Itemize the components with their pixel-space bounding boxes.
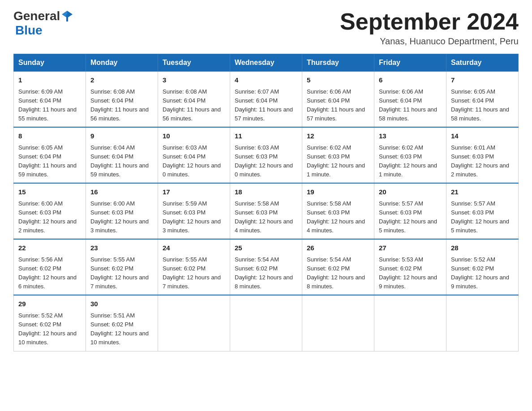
day-number: 30 bbox=[90, 299, 153, 309]
calendar-day-cell bbox=[374, 295, 446, 351]
calendar-day-cell: 6Sunrise: 6:06 AMSunset: 6:04 PMDaylight… bbox=[374, 72, 446, 128]
day-number: 27 bbox=[379, 243, 442, 253]
calendar-day-cell bbox=[230, 295, 302, 351]
calendar-week-row: 1Sunrise: 6:09 AMSunset: 6:04 PMDaylight… bbox=[14, 72, 519, 128]
day-info: Sunrise: 5:55 AMSunset: 6:02 PMDaylight:… bbox=[163, 255, 225, 291]
weekday-header-monday: Monday bbox=[86, 54, 158, 72]
day-number: 26 bbox=[307, 243, 369, 253]
page-header: General Blue September 2024 Yanas, Huanu… bbox=[13, 9, 519, 47]
calendar-day-cell: 16Sunrise: 6:00 AMSunset: 6:03 PMDayligh… bbox=[86, 183, 158, 239]
day-info: Sunrise: 6:02 AMSunset: 6:03 PMDaylight:… bbox=[307, 143, 369, 180]
day-info: Sunrise: 5:51 AMSunset: 6:02 PMDaylight:… bbox=[90, 311, 153, 347]
day-info: Sunrise: 5:53 AMSunset: 6:02 PMDaylight:… bbox=[379, 255, 442, 291]
day-number: 28 bbox=[451, 243, 514, 253]
calendar-day-cell: 14Sunrise: 6:01 AMSunset: 6:03 PMDayligh… bbox=[446, 127, 519, 183]
calendar-day-cell: 30Sunrise: 5:51 AMSunset: 6:02 PMDayligh… bbox=[86, 295, 158, 351]
calendar-day-cell: 13Sunrise: 6:02 AMSunset: 6:03 PMDayligh… bbox=[374, 127, 446, 183]
calendar-day-cell: 2Sunrise: 6:08 AMSunset: 6:04 PMDaylight… bbox=[86, 72, 158, 128]
day-number: 10 bbox=[163, 131, 225, 141]
day-info: Sunrise: 5:58 AMSunset: 6:03 PMDaylight:… bbox=[235, 199, 297, 235]
day-number: 15 bbox=[18, 187, 81, 197]
day-info: Sunrise: 5:59 AMSunset: 6:03 PMDaylight:… bbox=[163, 199, 225, 235]
day-info: Sunrise: 5:55 AMSunset: 6:02 PMDaylight:… bbox=[90, 255, 153, 291]
day-number: 17 bbox=[163, 187, 225, 197]
calendar-day-cell: 22Sunrise: 5:56 AMSunset: 6:02 PMDayligh… bbox=[14, 239, 86, 295]
day-number: 18 bbox=[235, 187, 297, 197]
day-number: 14 bbox=[451, 131, 514, 141]
weekday-header-thursday: Thursday bbox=[302, 54, 374, 72]
day-number: 16 bbox=[90, 187, 153, 197]
calendar-day-cell: 25Sunrise: 5:54 AMSunset: 6:02 PMDayligh… bbox=[230, 239, 302, 295]
weekday-header-tuesday: Tuesday bbox=[158, 54, 230, 72]
calendar-day-cell bbox=[446, 295, 519, 351]
calendar-day-cell: 1Sunrise: 6:09 AMSunset: 6:04 PMDaylight… bbox=[14, 72, 86, 128]
calendar-day-cell: 9Sunrise: 6:04 AMSunset: 6:04 PMDaylight… bbox=[86, 127, 158, 183]
day-info: Sunrise: 6:06 AMSunset: 6:04 PMDaylight:… bbox=[379, 87, 442, 124]
calendar-week-row: 22Sunrise: 5:56 AMSunset: 6:02 PMDayligh… bbox=[14, 239, 519, 295]
day-info: Sunrise: 6:06 AMSunset: 6:04 PMDaylight:… bbox=[307, 87, 369, 124]
calendar-week-row: 15Sunrise: 6:00 AMSunset: 6:03 PMDayligh… bbox=[14, 183, 519, 239]
day-number: 11 bbox=[235, 131, 297, 141]
day-number: 8 bbox=[18, 131, 81, 141]
calendar-day-cell: 24Sunrise: 5:55 AMSunset: 6:02 PMDayligh… bbox=[158, 239, 230, 295]
day-number: 25 bbox=[235, 243, 297, 253]
day-info: Sunrise: 6:00 AMSunset: 6:03 PMDaylight:… bbox=[18, 199, 81, 235]
calendar-day-cell bbox=[158, 295, 230, 351]
day-number: 1 bbox=[18, 75, 81, 86]
day-info: Sunrise: 6:00 AMSunset: 6:03 PMDaylight:… bbox=[90, 199, 153, 235]
day-number: 5 bbox=[307, 75, 369, 86]
day-number: 13 bbox=[379, 131, 442, 141]
weekday-header-wednesday: Wednesday bbox=[230, 54, 302, 72]
day-number: 19 bbox=[307, 187, 369, 197]
calendar-day-cell bbox=[302, 295, 374, 351]
calendar-day-cell: 15Sunrise: 6:00 AMSunset: 6:03 PMDayligh… bbox=[14, 183, 86, 239]
location-subtitle: Yanas, Huanuco Department, Peru bbox=[340, 36, 519, 47]
day-info: Sunrise: 6:02 AMSunset: 6:03 PMDaylight:… bbox=[379, 143, 442, 180]
weekday-header-friday: Friday bbox=[374, 54, 446, 72]
day-number: 4 bbox=[235, 75, 297, 86]
day-info: Sunrise: 5:57 AMSunset: 6:03 PMDaylight:… bbox=[379, 199, 442, 235]
logo-flag-icon bbox=[61, 10, 73, 22]
day-info: Sunrise: 6:05 AMSunset: 6:04 PMDaylight:… bbox=[451, 87, 514, 124]
day-info: Sunrise: 6:03 AMSunset: 6:03 PMDaylight:… bbox=[235, 143, 297, 180]
calendar-table: SundayMondayTuesdayWednesdayThursdayFrid… bbox=[13, 54, 519, 351]
day-info: Sunrise: 6:05 AMSunset: 6:04 PMDaylight:… bbox=[18, 143, 81, 180]
logo-general-text: General bbox=[13, 9, 60, 23]
logo: General Blue bbox=[13, 9, 73, 38]
day-number: 2 bbox=[90, 75, 153, 86]
day-info: Sunrise: 6:03 AMSunset: 6:04 PMDaylight:… bbox=[163, 143, 225, 180]
calendar-day-cell: 17Sunrise: 5:59 AMSunset: 6:03 PMDayligh… bbox=[158, 183, 230, 239]
calendar-week-row: 29Sunrise: 5:52 AMSunset: 6:02 PMDayligh… bbox=[14, 295, 519, 351]
calendar-day-cell: 8Sunrise: 6:05 AMSunset: 6:04 PMDaylight… bbox=[14, 127, 86, 183]
day-number: 12 bbox=[307, 131, 369, 141]
day-number: 29 bbox=[18, 299, 81, 309]
day-info: Sunrise: 5:54 AMSunset: 6:02 PMDaylight:… bbox=[235, 255, 297, 291]
day-info: Sunrise: 6:09 AMSunset: 6:04 PMDaylight:… bbox=[18, 87, 81, 124]
month-year-title: September 2024 bbox=[340, 9, 519, 34]
calendar-day-cell: 28Sunrise: 5:52 AMSunset: 6:02 PMDayligh… bbox=[446, 239, 519, 295]
day-number: 21 bbox=[451, 187, 514, 197]
day-info: Sunrise: 5:54 AMSunset: 6:02 PMDaylight:… bbox=[307, 255, 369, 291]
weekday-header-saturday: Saturday bbox=[446, 54, 519, 72]
calendar-day-cell: 3Sunrise: 6:08 AMSunset: 6:04 PMDaylight… bbox=[158, 72, 230, 128]
day-info: Sunrise: 5:57 AMSunset: 6:03 PMDaylight:… bbox=[451, 199, 514, 235]
day-info: Sunrise: 6:04 AMSunset: 6:04 PMDaylight:… bbox=[90, 143, 153, 180]
calendar-day-cell: 23Sunrise: 5:55 AMSunset: 6:02 PMDayligh… bbox=[86, 239, 158, 295]
calendar-day-cell: 7Sunrise: 6:05 AMSunset: 6:04 PMDaylight… bbox=[446, 72, 519, 128]
calendar-day-cell: 18Sunrise: 5:58 AMSunset: 6:03 PMDayligh… bbox=[230, 183, 302, 239]
day-number: 9 bbox=[90, 131, 153, 141]
calendar-day-cell: 19Sunrise: 5:58 AMSunset: 6:03 PMDayligh… bbox=[302, 183, 374, 239]
calendar-day-cell: 10Sunrise: 6:03 AMSunset: 6:04 PMDayligh… bbox=[158, 127, 230, 183]
day-info: Sunrise: 6:01 AMSunset: 6:03 PMDaylight:… bbox=[451, 143, 514, 180]
calendar-day-cell: 29Sunrise: 5:52 AMSunset: 6:02 PMDayligh… bbox=[14, 295, 86, 351]
day-number: 20 bbox=[379, 187, 442, 197]
calendar-day-cell: 12Sunrise: 6:02 AMSunset: 6:03 PMDayligh… bbox=[302, 127, 374, 183]
logo-blue-text: Blue bbox=[15, 23, 43, 38]
day-info: Sunrise: 5:52 AMSunset: 6:02 PMDaylight:… bbox=[451, 255, 514, 291]
calendar-day-cell: 4Sunrise: 6:07 AMSunset: 6:04 PMDaylight… bbox=[230, 72, 302, 128]
svg-rect-2 bbox=[66, 14, 68, 21]
day-number: 7 bbox=[451, 75, 514, 86]
day-number: 6 bbox=[379, 75, 442, 86]
calendar-day-cell: 26Sunrise: 5:54 AMSunset: 6:02 PMDayligh… bbox=[302, 239, 374, 295]
day-number: 23 bbox=[90, 243, 153, 253]
